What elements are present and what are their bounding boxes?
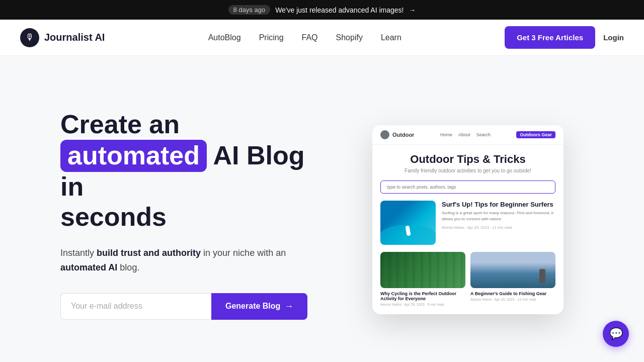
mockup-two-col: Why Cycling is the Perfect Outdoor Activ… (380, 252, 555, 306)
hero-subtitle: Instantly build trust and authority in y… (60, 246, 332, 275)
cycling-image (380, 252, 465, 288)
logo-link[interactable]: 🎙 Journalist AI (20, 28, 105, 47)
nav-pricing[interactable]: Pricing (259, 33, 284, 42)
mockup-featured-meta: Alonso Malos · Apr 29, 2023 · 11 min rea… (442, 225, 555, 230)
hero-subtitle-bold1: build trust and authority (97, 248, 201, 258)
announcement-arrow: → (409, 6, 416, 14)
hero-subtitle-mid: in your niche with an (203, 248, 286, 258)
mockup-body: Outdoor Tips & Tricks Family friendly ou… (372, 145, 564, 314)
mockup-card-fishing: A Beginner's Guide to Fishing Gear Alons… (470, 252, 555, 306)
generate-arrow-icon: → (284, 301, 293, 312)
mockup-blog-title: Outdoor Tips & Tricks (380, 153, 555, 166)
mockup-logo-circle (380, 130, 389, 139)
chat-icon: 💬 (609, 327, 623, 340)
get-free-articles-button[interactable]: Get 3 Free Articles (505, 26, 595, 49)
announcement-badge: 8 days ago (228, 5, 271, 15)
blog-mockup: Outdoor Home About Search Outdoors Gear … (372, 125, 564, 314)
nav-faq[interactable]: FAQ (302, 33, 318, 42)
nav-actions: Get 3 Free Articles Login (505, 26, 624, 49)
mockup-brand-text: Outdoor (392, 132, 414, 138)
mockup-blog-subtitle: Family friendly outdoor activities to ge… (380, 168, 555, 173)
mockup-nav-links: Home About Search (440, 132, 491, 137)
navbar: 🎙 Journalist AI AutoBlog Pricing FAQ Sho… (0, 20, 644, 56)
mockup-card-cycling: Why Cycling is the Perfect Outdoor Activ… (380, 252, 465, 306)
mockup-navbar: Outdoor Home About Search Outdoors Gear (372, 125, 564, 145)
hero-subtitle-end: blog. (120, 262, 139, 273)
main-content: Create an automated AI Blog inseconds In… (0, 56, 644, 362)
hero-subtitle-pre: Instantly (60, 248, 94, 258)
nav-shopify[interactable]: Shopify (336, 33, 363, 42)
nav-autoblog[interactable]: AutoBlog (208, 33, 241, 42)
logo-text: Journalist AI (44, 32, 105, 43)
mockup-featured-title: Surf's Up! Tips for Beginner Surfers (442, 201, 555, 208)
hero-form: Generate Blog → (60, 293, 332, 320)
mockup-featured-desc: Surfing is a great sport for many reason… (442, 210, 555, 222)
hero-title: Create an automated AI Blog inseconds (60, 110, 332, 232)
mockup-card-title-cycling: Why Cycling is the Perfect Outdoor Activ… (380, 291, 465, 301)
hero-left: Create an automated AI Blog inseconds In… (60, 110, 332, 320)
hero-title-highlight: automated (60, 140, 207, 172)
mockup-card-meta-fishing: Alonso Malos · Apr 29, 2023 · 14 min rea… (470, 298, 555, 301)
login-button[interactable]: Login (603, 33, 624, 42)
mockup-featured-image (380, 201, 436, 245)
mockup-badge: Outdoors Gear (516, 131, 555, 138)
mockup-search-input[interactable] (380, 180, 555, 194)
mockup-card-title-fishing: A Beginner's Guide to Fishing Gear (470, 291, 555, 296)
email-input[interactable] (60, 293, 211, 320)
hero-right: Outdoor Home About Search Outdoors Gear … (332, 120, 604, 309)
announcement-bar: 8 days ago We've just released advanced … (0, 0, 644, 20)
generate-blog-label: Generate Blog (225, 302, 280, 311)
mockup-featured-info: Surf's Up! Tips for Beginner Surfers Sur… (442, 201, 555, 245)
fishing-image (470, 252, 555, 288)
mockup-card-meta-cycling: Alonso Malos · Apr 28, 2023 · 9 min read (380, 303, 465, 306)
chat-button[interactable]: 💬 (603, 321, 629, 347)
nav-links: AutoBlog Pricing FAQ Shopify Learn (208, 33, 401, 42)
mockup-logo-area: Outdoor (380, 130, 414, 139)
hero-title-pre: Create an (60, 110, 180, 139)
hero-subtitle-bold2: automated AI (60, 262, 117, 273)
surf-image (380, 201, 436, 245)
generate-blog-button[interactable]: Generate Blog → (211, 293, 307, 320)
mockup-featured-article: Surf's Up! Tips for Beginner Surfers Sur… (380, 201, 555, 245)
nav-learn[interactable]: Learn (381, 33, 401, 42)
logo-icon: 🎙 (20, 28, 39, 47)
announcement-text: We've just released advanced AI images! (275, 6, 404, 14)
